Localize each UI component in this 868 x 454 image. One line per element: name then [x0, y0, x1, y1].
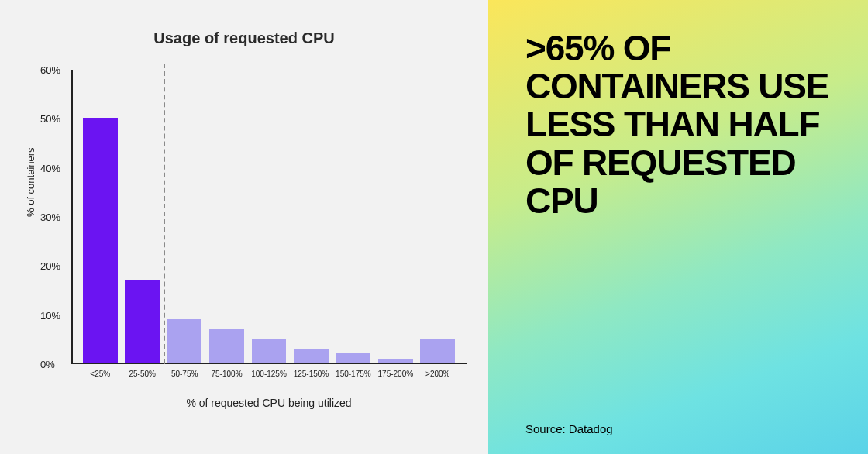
x-tick: 50-75%: [171, 370, 198, 378]
x-tick: >200%: [425, 370, 450, 378]
headline: >65% OF CONTAINERS USE LESS THAN HALF OF…: [525, 29, 829, 220]
y-tick: 50%: [40, 113, 60, 125]
bar: [294, 349, 329, 363]
bar: [336, 353, 371, 363]
bar: [209, 329, 244, 363]
chart-pane: Usage of requested CPU % of containers 0…: [0, 0, 488, 454]
source-label: Source: Datadog: [525, 422, 829, 435]
x-tick: 125-150%: [294, 370, 329, 378]
x-axis-label: % of requested CPU being utilized: [71, 397, 467, 409]
bar: [378, 359, 413, 363]
callout-pane: >65% OF CONTAINERS USE LESS THAN HALF OF…: [488, 0, 868, 454]
chart-plot-area: 0%10%20%30%40%50%60%<25%25-50%50-75%75-1…: [71, 70, 467, 364]
y-tick: 20%: [40, 260, 60, 272]
x-tick: <25%: [90, 370, 110, 378]
bar: [83, 118, 118, 363]
x-tick: 75-100%: [212, 370, 243, 378]
bar: [167, 319, 202, 363]
y-axis: [71, 70, 73, 364]
y-axis-label: % of containers: [25, 147, 36, 217]
y-tick: 60%: [40, 64, 60, 76]
x-tick: 25-50%: [129, 370, 155, 378]
y-tick: 30%: [40, 212, 60, 223]
x-tick: 175-200%: [378, 370, 414, 378]
y-tick: 0%: [40, 359, 55, 370]
bar: [252, 339, 287, 363]
y-tick: 10%: [40, 309, 60, 321]
bar: [125, 280, 160, 363]
y-tick: 40%: [40, 162, 60, 174]
x-tick: 150-175%: [336, 370, 371, 378]
bar: [420, 339, 455, 363]
chart-title: Usage of requested CPU: [0, 29, 488, 47]
x-tick: 100-125%: [251, 370, 287, 378]
threshold-divider: [164, 64, 165, 364]
